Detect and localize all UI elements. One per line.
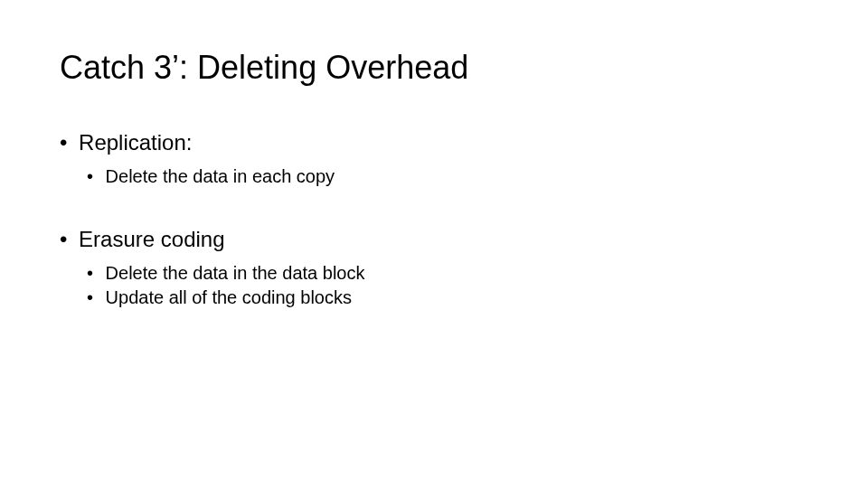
list-item-label: Update all of the coding blocks [106,287,352,307]
list-item: Update all of the coding blocks [87,287,808,308]
sub-bullet-list: Delete the data in the data block Update… [87,263,808,308]
list-item-label: Delete the data in the data block [106,263,365,283]
list-item: Erasure coding Delete the data in the da… [60,227,808,308]
bullet-list: Replication: Delete the data in each cop… [60,130,808,308]
sub-bullet-list: Delete the data in each copy [87,166,808,187]
list-item: Replication: Delete the data in each cop… [60,130,808,187]
list-item: Delete the data in the data block [87,263,808,284]
slide-title: Catch 3’: Deleting Overhead [60,49,808,87]
list-item-label: Erasure coding [79,227,224,251]
list-item: Delete the data in each copy [87,166,808,187]
list-item-label: Replication: [79,130,192,155]
list-item-label: Delete the data in each copy [106,166,335,186]
